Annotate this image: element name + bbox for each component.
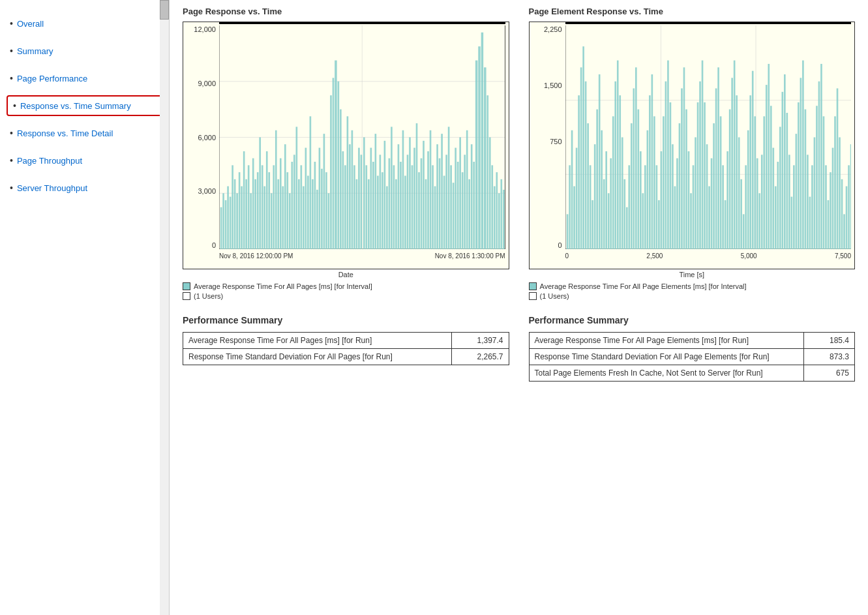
right-chart-x-title: Time [s] (529, 271, 856, 278)
svg-rect-265 (850, 144, 851, 249)
svg-rect-142 (569, 165, 571, 249)
y-label-4: 0 (185, 241, 216, 249)
left-legend-item-2: (1 Users) (183, 292, 509, 300)
svg-rect-203 (708, 187, 710, 249)
svg-rect-10 (222, 193, 224, 249)
perf-summary-section: Performance Summary Average Response Tim… (183, 315, 855, 382)
svg-rect-247 (809, 197, 811, 249)
sidebar-item-response-time-detail[interactable]: • Response vs. Time Detail (7, 123, 162, 143)
svg-rect-36 (282, 187, 284, 249)
left-row-1-label: Response Time Standard Deviation For All… (183, 349, 452, 365)
sidebar-item-page-performance[interactable]: • Page Performance (7, 68, 162, 89)
ry-label-1: 1,500 (531, 82, 562, 89)
right-perf-table: Average Response Time For All Page Eleme… (529, 332, 856, 382)
svg-rect-24 (254, 179, 256, 249)
svg-rect-104 (439, 158, 441, 249)
svg-rect-91 (409, 138, 411, 250)
svg-rect-199 (699, 82, 701, 249)
svg-rect-94 (416, 123, 418, 249)
svg-rect-71 (363, 138, 365, 250)
sidebar-item-response-time-summary[interactable]: • Response vs. Time Summary (7, 95, 162, 116)
svg-rect-264 (848, 165, 850, 249)
svg-rect-235 (781, 92, 783, 249)
svg-rect-130 (500, 179, 502, 249)
sidebar-item-overall[interactable]: • Overall (7, 13, 162, 34)
svg-rect-166 (623, 179, 625, 249)
left-legend-box-1 (183, 282, 190, 290)
svg-rect-95 (418, 172, 420, 249)
svg-rect-46 (305, 148, 307, 249)
svg-rect-184 (665, 82, 666, 249)
table-row: Average Response Time For All Pages [ms]… (183, 333, 509, 349)
svg-rect-147 (580, 67, 582, 249)
right-chart-container: Page Element Response vs. Time 2,250 1,5… (529, 7, 856, 302)
nav-link-page-performance[interactable]: Page Performance (17, 74, 87, 83)
scroll-thumb[interactable] (160, 0, 169, 20)
svg-rect-45 (303, 187, 305, 249)
svg-rect-258 (834, 116, 836, 249)
svg-rect-160 (610, 158, 612, 249)
svg-rect-118 (471, 144, 473, 249)
svg-rect-85 (395, 179, 397, 249)
svg-rect-172 (637, 110, 639, 249)
svg-rect-144 (573, 187, 575, 249)
svg-rect-109 (450, 165, 452, 249)
svg-rect-105 (441, 134, 443, 249)
svg-rect-193 (685, 110, 687, 249)
svg-rect-77 (377, 175, 379, 249)
left-chart-x-title: Date (183, 271, 509, 278)
svg-rect-176 (646, 130, 648, 249)
nav-link-response-time-summary[interactable]: Response vs. Time Summary (20, 101, 131, 111)
nav-link-overall[interactable]: Overall (17, 19, 44, 29)
svg-rect-111 (455, 148, 456, 249)
svg-rect-30 (268, 172, 270, 249)
right-row-2-value: 675 (803, 365, 854, 382)
svg-rect-242 (798, 102, 800, 249)
svg-rect-150 (587, 123, 589, 249)
sidebar-item-server-throughput[interactable]: • Server Throughput (7, 177, 162, 198)
svg-rect-19 (243, 151, 245, 249)
ry-label-2: 750 (531, 138, 562, 145)
svg-rect-14 (232, 165, 233, 249)
svg-rect-25 (257, 172, 259, 249)
svg-rect-213 (731, 78, 733, 249)
table-row: Response Time Standard Deviation For All… (183, 349, 509, 365)
svg-rect-63 (344, 165, 346, 249)
left-row-0-label: Average Response Time For All Pages [ms]… (183, 333, 452, 349)
x-label-left: Nov 8, 2016 12:00:00 PM (219, 252, 293, 260)
sidebar-item-summary[interactable]: • Summary (7, 40, 162, 61)
svg-rect-97 (423, 141, 425, 249)
svg-rect-110 (453, 183, 455, 249)
svg-rect-178 (651, 74, 653, 249)
svg-rect-21 (248, 165, 250, 249)
svg-rect-125 (489, 138, 491, 250)
right-legend-item-1: Average Response Time For All Page Eleme… (529, 282, 856, 290)
svg-rect-89 (404, 175, 406, 249)
svg-rect-233 (777, 162, 779, 249)
svg-rect-76 (375, 134, 377, 249)
nav-link-page-throughput[interactable]: Page Throughput (17, 156, 82, 166)
sidebar-item-page-throughput[interactable]: • Page Throughput (7, 150, 162, 171)
svg-rect-28 (263, 187, 265, 249)
right-perf-summary-title: Performance Summary (529, 315, 856, 325)
bullet-server-throughput: • (10, 183, 13, 193)
svg-rect-112 (457, 162, 459, 249)
nav-link-response-time-detail[interactable]: Response vs. Time Detail (17, 128, 113, 138)
svg-rect-53 (321, 169, 323, 249)
left-perf-summary: Performance Summary Average Response Tim… (183, 315, 509, 382)
svg-rect-38 (286, 172, 288, 249)
svg-rect-146 (578, 95, 580, 249)
svg-rect-170 (633, 88, 635, 249)
svg-rect-182 (660, 151, 662, 249)
svg-rect-124 (486, 95, 488, 249)
svg-rect-196 (692, 165, 694, 249)
svg-rect-68 (356, 179, 358, 249)
sidebar-scrollbar[interactable] (160, 0, 169, 615)
svg-rect-43 (298, 179, 300, 249)
nav-link-server-throughput[interactable]: Server Throughput (17, 183, 87, 193)
svg-rect-164 (619, 95, 621, 249)
svg-rect-62 (342, 151, 344, 249)
svg-rect-168 (628, 165, 630, 249)
nav-link-summary[interactable]: Summary (17, 46, 53, 56)
svg-rect-243 (800, 78, 801, 249)
